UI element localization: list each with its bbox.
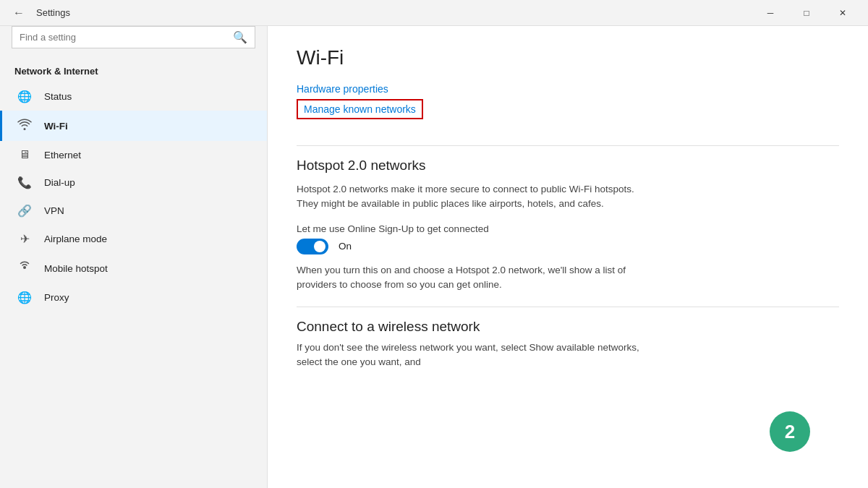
hardware-properties-link[interactable]: Hardware properties	[297, 83, 388, 95]
connect-description: If you don't see the wireless network yo…	[297, 341, 651, 370]
sidebar-item-proxy[interactable]: 🌐 Proxy	[0, 283, 267, 312]
sidebar-section-title: Network & Internet	[0, 60, 267, 82]
sidebar-item-label: Status	[44, 91, 72, 102]
status-icon: 🌐	[17, 90, 33, 103]
airplane-icon: ✈	[17, 232, 33, 246]
sidebar-item-dialup[interactable]: 📞 Dial-up	[0, 168, 267, 197]
back-button[interactable]: ←	[9, 5, 29, 21]
hotspot-section-title: Hotspot 2.0 networks	[297, 158, 839, 174]
sidebar-item-label: Proxy	[44, 292, 69, 303]
sidebar-item-hotspot[interactable]: Mobile hotspot	[0, 253, 267, 283]
wifi-icon	[17, 118, 33, 134]
sidebar-item-status[interactable]: 🌐 Status	[0, 82, 267, 111]
sidebar-item-wifi[interactable]: Wi-Fi	[0, 111, 267, 141]
sidebar-item-label: Dial-up	[44, 177, 75, 188]
sidebar-item-airplane[interactable]: ✈ Airplane mode	[0, 225, 267, 253]
step-badge-2: 2	[770, 411, 810, 452]
title-bar-title: Settings	[36, 7, 70, 18]
when-on-description: When you turn this on and choose a Hotsp…	[297, 263, 651, 293]
vpn-icon: 🔗	[17, 204, 33, 218]
toggle-row: On	[297, 239, 839, 254]
manage-networks-link[interactable]: Manage known networks	[297, 99, 423, 119]
title-bar-controls: ─ □ ✕	[754, 3, 859, 23]
proxy-icon: 🌐	[17, 291, 33, 304]
sidebar-item-vpn[interactable]: 🔗 VPN	[0, 197, 267, 225]
section-divider-2	[297, 307, 839, 307]
connect-section-title: Connect to a wireless network	[297, 319, 839, 335]
toggle-state-label: On	[339, 241, 352, 252]
hotspot-toggle[interactable]	[297, 239, 328, 254]
maximize-button[interactable]: □	[790, 3, 823, 23]
sidebar: 🔍 Network & Internet 🌐 Status Wi-Fi 🖥 Et…	[0, 26, 268, 488]
toggle-label: Let me use Online Sign-Up to get connect…	[297, 223, 839, 234]
search-input[interactable]	[20, 32, 227, 43]
search-icon: 🔍	[233, 30, 247, 44]
svg-point-0	[23, 266, 26, 269]
sidebar-search-box[interactable]: 🔍	[12, 26, 255, 48]
dialup-icon: 📞	[17, 176, 33, 189]
hotspot-icon	[17, 260, 33, 276]
sidebar-item-label: Ethernet	[44, 150, 81, 160]
sidebar-item-label: VPN	[44, 205, 64, 216]
sidebar-item-label: Airplane mode	[44, 234, 107, 244]
title-bar: ← Settings ─ □ ✕	[0, 0, 868, 26]
main-layout: 🔍 Network & Internet 🌐 Status Wi-Fi 🖥 Et…	[0, 26, 868, 488]
hotspot-description: Hotspot 2.0 networks make it more secure…	[297, 182, 644, 212]
title-bar-left: ← Settings	[9, 5, 70, 21]
ethernet-icon: 🖥	[17, 148, 33, 161]
sidebar-item-label: Mobile hotspot	[44, 263, 108, 274]
minimize-button[interactable]: ─	[754, 3, 787, 23]
sidebar-item-label: Wi-Fi	[44, 121, 68, 132]
close-button[interactable]: ✕	[826, 3, 859, 23]
section-divider-1	[297, 145, 839, 146]
sidebar-item-ethernet[interactable]: 🖥 Ethernet	[0, 141, 267, 168]
page-title: Wi-Fi	[297, 46, 839, 69]
